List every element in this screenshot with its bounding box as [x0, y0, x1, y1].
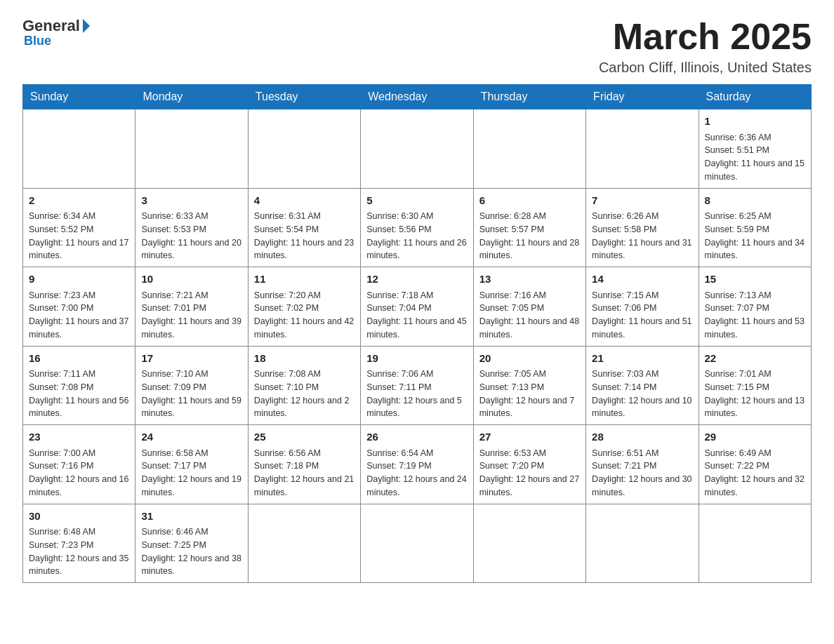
week-row-1: 1Sunrise: 6:36 AMSunset: 5:51 PMDaylight…: [23, 109, 812, 189]
logo-arrow-icon: [83, 19, 90, 33]
calendar-cell: [248, 504, 360, 583]
week-row-3: 9Sunrise: 7:23 AMSunset: 7:00 PMDaylight…: [23, 267, 812, 347]
day-number: 19: [366, 351, 467, 367]
day-number: 27: [479, 429, 580, 445]
day-number: 13: [479, 271, 580, 288]
week-row-6: 30Sunrise: 6:48 AMSunset: 7:23 PMDayligh…: [23, 504, 812, 583]
calendar-cell: 31Sunrise: 6:46 AMSunset: 7:25 PMDayligh…: [135, 504, 248, 583]
day-number: 18: [254, 351, 355, 367]
calendar-cell: 9Sunrise: 7:23 AMSunset: 7:00 PMDaylight…: [23, 267, 135, 347]
location-title: Carbon Cliff, Illinois, United States: [599, 60, 812, 76]
weekday-header-thursday: Thursday: [473, 85, 585, 109]
day-number: 28: [592, 429, 692, 445]
calendar-table: SundayMondayTuesdayWednesdayThursdayFrid…: [22, 84, 812, 583]
day-info: Sunrise: 6:58 AMSunset: 7:17 PMDaylight:…: [141, 447, 241, 499]
day-info: Sunrise: 6:56 AMSunset: 7:18 PMDaylight:…: [254, 447, 355, 499]
page-header: General Blue March 2025 Carbon Cliff, Il…: [22, 17, 812, 76]
day-number: 6: [479, 193, 580, 209]
day-number: 9: [29, 271, 129, 288]
calendar-cell: 10Sunrise: 7:21 AMSunset: 7:01 PMDayligh…: [135, 267, 248, 347]
day-info: Sunrise: 7:20 AMSunset: 7:02 PMDaylight:…: [254, 289, 355, 342]
calendar-cell: [23, 109, 135, 189]
calendar-cell: 25Sunrise: 6:56 AMSunset: 7:18 PMDayligh…: [248, 425, 360, 504]
week-row-2: 2Sunrise: 6:34 AMSunset: 5:52 PMDaylight…: [23, 188, 812, 267]
day-info: Sunrise: 7:21 AMSunset: 7:01 PMDaylight:…: [141, 289, 241, 342]
weekday-header-friday: Friday: [586, 85, 699, 109]
calendar-cell: 1Sunrise: 6:36 AMSunset: 5:51 PMDaylight…: [699, 109, 811, 189]
weekday-header-saturday: Saturday: [699, 85, 811, 109]
calendar-cell: [699, 504, 811, 583]
calendar-cell: 29Sunrise: 6:49 AMSunset: 7:22 PMDayligh…: [699, 425, 811, 504]
day-number: 5: [366, 193, 467, 209]
calendar-cell: 5Sunrise: 6:30 AMSunset: 5:56 PMDaylight…: [361, 188, 473, 267]
calendar-cell: 20Sunrise: 7:05 AMSunset: 7:13 PMDayligh…: [473, 346, 585, 425]
day-number: 14: [592, 271, 692, 288]
calendar-cell: 26Sunrise: 6:54 AMSunset: 7:19 PMDayligh…: [361, 425, 473, 504]
day-info: Sunrise: 6:48 AMSunset: 7:23 PMDaylight:…: [29, 525, 129, 578]
day-number: 17: [141, 351, 241, 367]
day-info: Sunrise: 6:31 AMSunset: 5:54 PMDaylight:…: [254, 210, 355, 262]
day-info: Sunrise: 7:05 AMSunset: 7:13 PMDaylight:…: [479, 368, 580, 420]
week-row-5: 23Sunrise: 7:00 AMSunset: 7:16 PMDayligh…: [23, 425, 812, 504]
day-info: Sunrise: 6:49 AMSunset: 7:22 PMDaylight:…: [705, 447, 805, 499]
day-number: 12: [366, 271, 467, 288]
day-info: Sunrise: 7:01 AMSunset: 7:15 PMDaylight:…: [705, 368, 805, 420]
day-number: 16: [29, 351, 129, 367]
day-info: Sunrise: 6:30 AMSunset: 5:56 PMDaylight:…: [366, 210, 467, 262]
day-number: 31: [141, 509, 241, 525]
day-number: 10: [141, 271, 241, 288]
day-info: Sunrise: 7:18 AMSunset: 7:04 PMDaylight:…: [366, 289, 467, 342]
calendar-cell: [473, 504, 585, 583]
calendar-cell: 30Sunrise: 6:48 AMSunset: 7:23 PMDayligh…: [23, 504, 135, 583]
calendar-cell: 16Sunrise: 7:11 AMSunset: 7:08 PMDayligh…: [23, 346, 135, 425]
calendar-cell: 6Sunrise: 6:28 AMSunset: 5:57 PMDaylight…: [473, 188, 585, 267]
day-info: Sunrise: 6:54 AMSunset: 7:19 PMDaylight:…: [366, 447, 467, 499]
day-number: 25: [254, 429, 355, 445]
calendar-cell: 12Sunrise: 7:18 AMSunset: 7:04 PMDayligh…: [361, 267, 473, 347]
day-info: Sunrise: 7:13 AMSunset: 7:07 PMDaylight:…: [705, 289, 805, 342]
day-info: Sunrise: 7:11 AMSunset: 7:08 PMDaylight:…: [29, 368, 129, 420]
day-number: 2: [29, 193, 129, 209]
day-number: 1: [705, 114, 805, 130]
calendar-cell: 27Sunrise: 6:53 AMSunset: 7:20 PMDayligh…: [473, 425, 585, 504]
day-number: 4: [254, 193, 355, 209]
calendar-cell: 15Sunrise: 7:13 AMSunset: 7:07 PMDayligh…: [699, 267, 811, 347]
day-info: Sunrise: 6:25 AMSunset: 5:59 PMDaylight:…: [705, 210, 805, 262]
calendar-cell: 19Sunrise: 7:06 AMSunset: 7:11 PMDayligh…: [361, 346, 473, 425]
calendar-cell: 11Sunrise: 7:20 AMSunset: 7:02 PMDayligh…: [248, 267, 360, 347]
calendar-cell: 14Sunrise: 7:15 AMSunset: 7:06 PMDayligh…: [586, 267, 699, 347]
logo-general-text: General: [22, 17, 80, 35]
calendar-cell: [586, 109, 699, 189]
day-number: 11: [254, 271, 355, 288]
day-number: 3: [141, 193, 241, 209]
day-info: Sunrise: 6:36 AMSunset: 5:51 PMDaylight:…: [705, 131, 805, 184]
calendar-cell: [586, 504, 699, 583]
title-area: March 2025 Carbon Cliff, Illinois, Unite…: [599, 17, 812, 76]
day-number: 15: [705, 271, 805, 288]
day-info: Sunrise: 6:51 AMSunset: 7:21 PMDaylight:…: [592, 447, 692, 499]
day-number: 7: [592, 193, 692, 209]
calendar-cell: [361, 504, 473, 583]
calendar-cell: 13Sunrise: 7:16 AMSunset: 7:05 PMDayligh…: [473, 267, 585, 347]
day-info: Sunrise: 6:28 AMSunset: 5:57 PMDaylight:…: [479, 210, 580, 262]
weekday-header-sunday: Sunday: [23, 85, 135, 109]
day-number: 23: [29, 429, 129, 445]
calendar-header: SundayMondayTuesdayWednesdayThursdayFrid…: [23, 85, 812, 109]
day-number: 29: [705, 429, 805, 445]
month-title: March 2025: [599, 17, 812, 57]
day-number: 30: [29, 509, 129, 525]
weekday-header-wednesday: Wednesday: [361, 85, 473, 109]
calendar-cell: 22Sunrise: 7:01 AMSunset: 7:15 PMDayligh…: [699, 346, 811, 425]
day-info: Sunrise: 7:15 AMSunset: 7:06 PMDaylight:…: [592, 289, 692, 342]
day-info: Sunrise: 7:06 AMSunset: 7:11 PMDaylight:…: [366, 368, 467, 420]
day-info: Sunrise: 6:26 AMSunset: 5:58 PMDaylight:…: [592, 210, 692, 262]
day-number: 24: [141, 429, 241, 445]
calendar-cell: 21Sunrise: 7:03 AMSunset: 7:14 PMDayligh…: [586, 346, 699, 425]
calendar-cell: 28Sunrise: 6:51 AMSunset: 7:21 PMDayligh…: [586, 425, 699, 504]
day-info: Sunrise: 7:10 AMSunset: 7:09 PMDaylight:…: [141, 368, 241, 420]
day-info: Sunrise: 6:53 AMSunset: 7:20 PMDaylight:…: [479, 447, 580, 499]
logo: General: [22, 17, 90, 35]
logo-area: General Blue: [22, 17, 90, 48]
day-info: Sunrise: 7:03 AMSunset: 7:14 PMDaylight:…: [592, 368, 692, 420]
calendar-cell: [248, 109, 360, 189]
